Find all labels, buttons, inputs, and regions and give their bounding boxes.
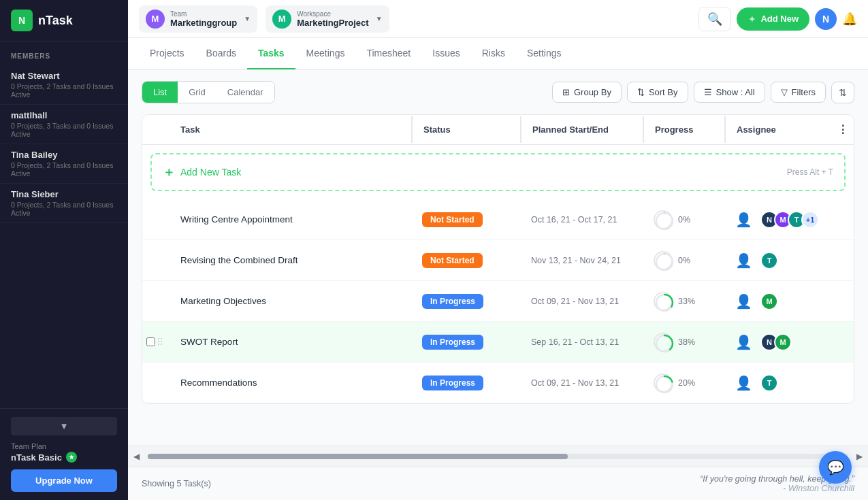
- user-avatar[interactable]: N: [815, 8, 837, 30]
- calendar-view-button[interactable]: Calendar: [216, 82, 274, 103]
- table-row[interactable]: Marketing Objectives In Progress Oct 09,…: [142, 281, 854, 322]
- nav-tab-boards[interactable]: Boards: [195, 38, 247, 69]
- table-row[interactable]: Revising the Combined Draft Not Started …: [142, 240, 854, 281]
- status-badge: Not Started: [422, 212, 483, 227]
- status-badge: In Progress: [422, 376, 483, 390]
- assignee-cell: 👤M: [724, 284, 826, 318]
- member-status: Active: [11, 209, 117, 217]
- progress-cell: 38%: [643, 324, 724, 360]
- collapse-button[interactable]: ▼: [11, 417, 117, 435]
- member-info: 0 Projects, 2 Tasks and 0 Issues: [11, 161, 117, 169]
- sidebar-members: Nat Stewart 0 Projects, 2 Tasks and 0 Is…: [0, 65, 128, 223]
- progress-circle: [654, 251, 673, 270]
- progress-cell: 0%: [643, 243, 724, 278]
- app-logo-icon: N: [11, 10, 33, 31]
- table-row[interactable]: Recommendations In Progress Oct 09, 21 -…: [142, 363, 854, 403]
- task-checkbox-area[interactable]: ⠿: [142, 337, 170, 348]
- assignee-cell: 👤T: [724, 366, 826, 400]
- assign-icon[interactable]: 👤: [735, 375, 752, 391]
- workspace-type-label: Workspace: [297, 10, 368, 18]
- date-cell: Oct 09, 21 - Nov 13, 21: [520, 288, 643, 314]
- assign-icon[interactable]: 👤: [735, 212, 752, 228]
- scroll-right-button[interactable]: ▶: [851, 449, 868, 464]
- date-cell: Oct 09, 21 - Nov 13, 21: [520, 370, 643, 396]
- topbar: M Team Marketinggroup ▼ M Workspace Mark…: [128, 0, 868, 38]
- nav-tab-tasks[interactable]: Tasks: [247, 38, 295, 69]
- task-count: Showing 5 Task(s): [142, 479, 211, 488]
- assignee-avatar: M: [760, 293, 778, 310]
- status-badge: In Progress: [422, 335, 483, 350]
- date-header: Planned Start/End: [520, 116, 643, 143]
- member-status: Active: [11, 130, 117, 138]
- member-status: Active: [11, 169, 117, 178]
- task-checkbox[interactable]: [146, 337, 155, 346]
- task-name: Writing Centre Appointment: [170, 206, 411, 233]
- assign-icon[interactable]: 👤: [735, 293, 752, 310]
- member-name: Tina Sieber: [11, 189, 117, 199]
- assignee-avatar: T: [760, 374, 778, 392]
- table-row[interactable]: ⠿ SWOT Report In Progress Sep 16, 21 - O…: [142, 322, 854, 363]
- workspace-avatar: M: [272, 10, 291, 29]
- progress-cell: 33%: [643, 284, 724, 319]
- sidebar-member-item[interactable]: Tina Sieber 0 Projects, 2 Tasks and 0 Is…: [0, 184, 128, 223]
- sidebar-member-item[interactable]: Tina Bailey 0 Projects, 2 Tasks and 0 Is…: [0, 144, 128, 184]
- add-task-row[interactable]: ＋ Add New Task Press Alt + T: [150, 153, 846, 191]
- bottom-bar: Showing 5 Task(s) “If you're going throu…: [128, 467, 868, 500]
- progress-cell: 20%: [643, 365, 724, 401]
- add-new-button[interactable]: ＋ Add New: [737, 7, 809, 31]
- assign-icon[interactable]: 👤: [735, 334, 752, 350]
- scroll-left-button[interactable]: ◀: [128, 449, 145, 464]
- sidebar-member-item[interactable]: mattlhall 0 Projects, 3 Tasks and 0 Issu…: [0, 105, 128, 144]
- status-cell: In Progress: [411, 286, 520, 317]
- table-menu-icon[interactable]: ⋮: [837, 123, 848, 136]
- toolbar: List Grid Calendar ⊞ Group By ⇅ Sort By …: [142, 81, 854, 103]
- table-row[interactable]: Writing Centre Appointment Not Started O…: [142, 199, 854, 240]
- nav-tab-settings[interactable]: Settings: [516, 38, 573, 69]
- plus-icon: ＋: [748, 13, 756, 25]
- menu-header: ⋮: [826, 115, 854, 144]
- workspace-selector[interactable]: M Workspace MarketingProject ▼: [266, 5, 389, 33]
- nav-tab-issues[interactable]: Issues: [421, 38, 470, 69]
- status-cell: In Progress: [411, 327, 520, 358]
- group-by-button[interactable]: ⊞ Group By: [552, 82, 622, 103]
- upgrade-button[interactable]: Upgrade Now: [11, 469, 117, 492]
- nav-tab-projects[interactable]: Projects: [139, 38, 195, 69]
- task-table: Task Status Planned Start/End Progress A…: [142, 114, 854, 404]
- sort-by-button[interactable]: ⇅ Sort By: [627, 82, 688, 103]
- status-header: Status: [411, 116, 520, 143]
- sort-direction-button[interactable]: ⇅: [831, 82, 854, 103]
- chat-button[interactable]: 💬: [819, 451, 852, 484]
- app-logo-text: nTask: [38, 14, 73, 28]
- grid-view-button[interactable]: Grid: [178, 82, 216, 103]
- sidebar-member-item[interactable]: Nat Stewart 0 Projects, 2 Tasks and 0 Is…: [0, 65, 128, 105]
- member-name: Nat Stewart: [11, 71, 117, 81]
- date-cell: Oct 16, 21 - Oct 17, 21: [520, 207, 643, 233]
- assignee-avatar: T: [760, 252, 778, 269]
- sidebar: N nTask MEMBERS Nat Stewart 0 Projects, …: [0, 0, 128, 500]
- status-cell: In Progress: [411, 367, 520, 399]
- search-button[interactable]: 🔍: [698, 7, 731, 31]
- nav-tab-risks[interactable]: Risks: [471, 38, 516, 69]
- show-button[interactable]: ☰ Show : All: [694, 82, 765, 103]
- notifications-button[interactable]: 🔔: [842, 12, 857, 27]
- assign-icon[interactable]: 👤: [735, 252, 752, 269]
- keyboard-shortcut-hint: Press Alt + T: [787, 167, 833, 177]
- team-type-label: Team: [170, 10, 237, 18]
- drag-handle[interactable]: ⠿: [157, 337, 163, 348]
- date-cell: Nov 13, 21 - Nov 24, 21: [520, 248, 643, 273]
- nav-tab-meetings[interactable]: Meetings: [295, 38, 356, 69]
- progress-circle: [654, 373, 673, 393]
- team-selector[interactable]: M Team Marketinggroup ▼: [139, 5, 257, 33]
- workspace-chevron-icon: ▼: [376, 15, 383, 22]
- team-name: Marketinggroup: [170, 18, 237, 28]
- list-view-button[interactable]: List: [142, 82, 178, 103]
- svg-point-0: [656, 213, 673, 229]
- filters-button[interactable]: ▽ Filters: [771, 82, 826, 103]
- status-cell: Not Started: [411, 245, 520, 276]
- task-name: Marketing Objectives: [170, 288, 411, 314]
- progress-cell: 0%: [643, 202, 724, 237]
- progress-circle: [654, 333, 673, 352]
- task-name: Revising the Combined Draft: [170, 247, 411, 273]
- nav-tab-timesheet[interactable]: Timesheet: [355, 38, 421, 69]
- status-cell: Not Started: [411, 204, 520, 235]
